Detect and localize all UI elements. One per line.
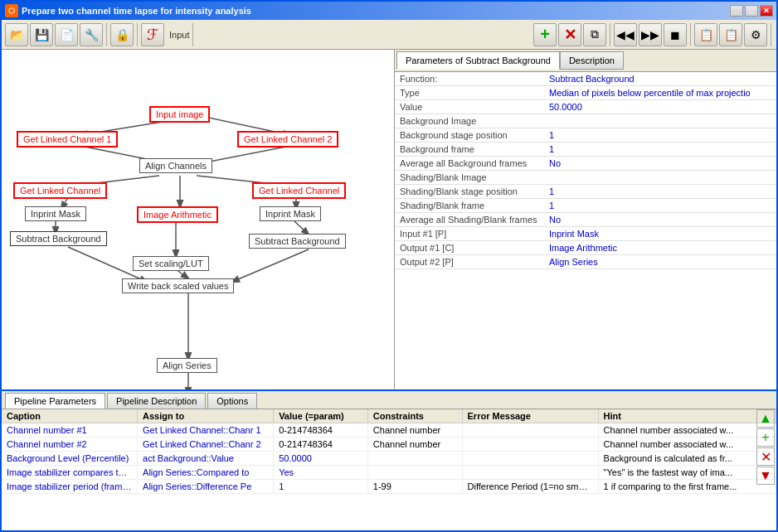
svg-line-3 <box>201 146 290 163</box>
table-row: Average all Background frames No <box>395 157 776 171</box>
table-row: Background stage position 1 <box>395 128 776 143</box>
node-inprint-mask-1[interactable]: Inprint Mask <box>25 206 86 221</box>
save-button[interactable]: 💾 <box>30 23 53 46</box>
file-toolbar-group: 📂 💾 📄 🔧 <box>5 23 107 46</box>
maximize-button[interactable]: □ <box>745 5 758 17</box>
node-input-image[interactable]: Input image <box>149 106 210 123</box>
bottom-tabs: Pipeline Parameters Pipeline Description… <box>2 391 776 409</box>
clipboard2-button[interactable]: 📋 <box>719 23 742 46</box>
open-button[interactable]: 📂 <box>5 23 28 46</box>
stop-button[interactable]: ◼ <box>664 23 687 46</box>
title-bar: ⬡ Prepare two channel time lapse for int… <box>2 2 776 20</box>
script-toolbar-group: ℱ Input <box>141 23 193 46</box>
table-row: Shading/Blank frame 1 <box>395 199 776 213</box>
remove-step-button[interactable]: ✕ <box>558 23 581 46</box>
pipeline-canvas: Input image Get Linked Channel 1 Get Lin… <box>2 50 395 389</box>
col-error: Error Message <box>463 409 599 423</box>
delete-param-button[interactable]: ✕ <box>756 447 775 466</box>
list-item[interactable]: Channel number #2 Get Linked Channel::Ch… <box>2 438 776 452</box>
svg-line-14 <box>232 249 309 282</box>
new-button[interactable]: 📄 <box>55 23 78 46</box>
node-set-scaling[interactable]: Set scaling/LUT <box>133 256 209 271</box>
table-row: Output #1 [C] Image Arithmetic <box>395 241 776 255</box>
next-button[interactable]: ▶▶ <box>639 23 662 46</box>
toolbar: 📂 💾 📄 🔧 🔒 ℱ Input + ✕ ⧉ ◀◀ ▶▶ ◼ 📋 📋 ⚙ <box>2 20 776 50</box>
node-align-channels[interactable]: Align Channels <box>139 158 212 173</box>
copy-step-button[interactable]: ⧉ <box>583 23 606 46</box>
input-label: Input <box>169 30 189 40</box>
node-get-linked-channel-2[interactable]: Get Linked Channel 2 <box>237 131 338 148</box>
bottom-nav-buttons: ▲ + ✕ ▼ <box>756 409 775 485</box>
window-title: Prepare two channel time lapse for inten… <box>22 6 730 16</box>
nav-toolbar-group: ◀◀ ▶▶ ◼ <box>614 23 691 46</box>
col-value: Value (=param) <box>274 409 368 423</box>
main-window: ⬡ Prepare two channel time lapse for int… <box>0 0 778 532</box>
svg-line-11 <box>294 221 309 235</box>
settings-button[interactable]: ⚙ <box>744 23 767 46</box>
list-item[interactable]: Image stabilizer compares to first frame… <box>2 466 776 480</box>
params-tab-parameters[interactable]: Parameters of Subtract Background <box>396 51 560 70</box>
node-subtract-background-2[interactable]: Subtract Background <box>249 234 346 249</box>
col-caption: Caption <box>2 409 138 423</box>
move-up-button[interactable]: ▲ <box>756 409 775 428</box>
table-row: Output #2 [P] Align Series <box>395 255 776 269</box>
bottom-table-body: Channel number #1 Get Linked Channel::Ch… <box>2 423 776 530</box>
list-item[interactable]: Background Level (Percentile) act Backgr… <box>2 452 776 466</box>
table-row: Background frame 1 <box>395 143 776 157</box>
node-align-series[interactable]: Align Series <box>157 358 217 373</box>
table-row: Shading/Blank Image <box>395 171 776 185</box>
table-row: Input #1 [P] Inprint Mask <box>395 227 776 241</box>
extra-toolbar-group: 📋 📋 ⚙ <box>694 23 771 46</box>
table-row: Background Image <box>395 114 776 128</box>
table-row: Value 50.0000 <box>395 100 776 114</box>
title-buttons: _ □ ✕ <box>730 5 773 17</box>
close-button[interactable]: ✕ <box>760 5 773 17</box>
node-write-back[interactable]: Write back scaled values <box>122 278 234 293</box>
move-down-button[interactable]: ▼ <box>756 467 775 485</box>
table-row: Function: Subtract Background <box>395 72 776 86</box>
properties-button[interactable]: 🔧 <box>80 23 103 46</box>
pipeline-toolbar-group: + ✕ ⧉ <box>533 23 610 46</box>
clipboard1-button[interactable]: 📋 <box>694 23 717 46</box>
tab-options[interactable]: Options <box>207 393 257 409</box>
list-item[interactable]: Channel number #1 Get Linked Channel::Ch… <box>2 423 776 438</box>
node-inprint-mask-2[interactable]: Inprint Mask <box>260 206 321 221</box>
col-assign-to: Assign to <box>138 409 274 423</box>
col-hint: Hint <box>599 409 776 423</box>
bottom-content: Caption Assign to Value (=param) Constra… <box>2 409 776 530</box>
lock-toolbar-group: 🔒 <box>110 23 138 46</box>
right-panel: Parameters of Subtract Background Descri… <box>395 50 776 389</box>
node-get-linked-channel-1[interactable]: Get Linked Channel 1 <box>17 131 118 148</box>
tab-pipeline-description[interactable]: Pipeline Description <box>107 393 206 409</box>
app-icon: ⬡ <box>5 4 18 17</box>
table-row: Type Median of pixels below percentile o… <box>395 86 776 100</box>
node-image-arithmetic[interactable]: Image Arithmetic <box>137 206 218 223</box>
bottom-table-header: Caption Assign to Value (=param) Constra… <box>2 409 776 423</box>
bottom-area: Pipeline Parameters Pipeline Description… <box>2 389 776 530</box>
table-row: Shading/Blank stage position 1 <box>395 185 776 199</box>
node-get-linked-channel-4[interactable]: Get Linked Channel <box>252 182 346 199</box>
table-row: Average all Shading/Blank frames No <box>395 213 776 227</box>
add-param-button[interactable]: + <box>756 428 775 447</box>
params-table: Function: Subtract Background Type Media… <box>395 72 776 389</box>
script-button[interactable]: ℱ <box>141 23 164 46</box>
node-get-linked-channel-3[interactable]: Get Linked Channel <box>13 182 107 199</box>
node-subtract-background-1[interactable]: Subtract Background <box>10 231 107 246</box>
params-tab-description[interactable]: Description <box>560 51 624 70</box>
col-constraints: Constraints <box>368 409 463 423</box>
tab-pipeline-parameters[interactable]: Pipeline Parameters <box>5 393 105 409</box>
prev-button[interactable]: ◀◀ <box>614 23 637 46</box>
add-step-button[interactable]: + <box>533 23 557 46</box>
minimize-button[interactable]: _ <box>730 5 743 17</box>
main-content: Input image Get Linked Channel 1 Get Lin… <box>2 50 776 389</box>
lock-button[interactable]: 🔒 <box>110 23 134 46</box>
list-item[interactable]: Image stabilizer period (frames) Align S… <box>2 480 776 494</box>
params-header: Parameters of Subtract Background Descri… <box>395 50 776 72</box>
